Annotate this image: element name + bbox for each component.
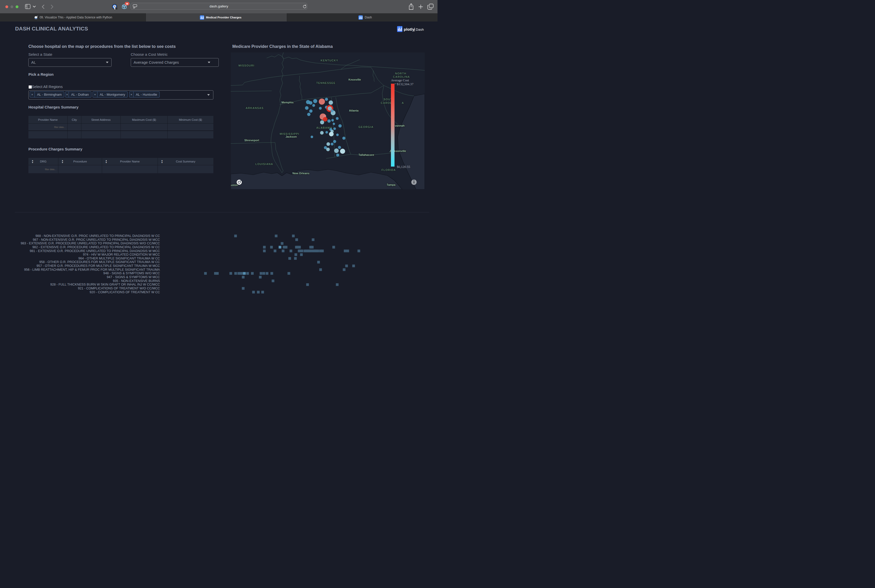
svg-text:GEORGIA: GEORGIA [358,125,373,129]
svg-text:Shreveport: Shreveport [244,139,259,142]
svg-text:CAROL: CAROL [381,101,392,104]
svg-text:MISSOURI: MISSOURI [238,64,254,67]
svg-text:vannah: vannah [395,124,405,127]
svg-text:Tallahassee: Tallahassee [358,153,374,156]
svg-text:uston: uston [231,183,238,186]
svg-text:TENNESSEE: TENNESSEE [316,81,336,84]
svg-text:KENTUCKY: KENTUCKY [321,59,338,62]
svg-text:New Orleans: New Orleans [292,172,310,175]
svg-text:Memphis: Memphis [282,101,294,104]
svg-text:A: A [402,101,404,104]
svg-text:CAROLINA: CAROLINA [393,75,410,78]
svg-text:plotly: plotly [404,27,415,32]
svg-text:Jackson: Jackson [286,135,297,138]
svg-text:ARKANSAS: ARKANSAS [246,106,264,110]
svg-text:Tampa: Tampa [387,183,396,186]
svg-text:|: | [414,27,415,32]
svg-text:Knoxville: Knoxville [349,78,361,81]
svg-text:LOUISIANA: LOUISIANA [255,162,273,165]
svg-text:Atlanta: Atlanta [349,109,359,112]
svg-text:FLORIDA: FLORIDA [382,168,396,171]
svg-text:NORTH: NORTH [395,72,406,75]
svg-text:Dash: Dash [416,28,424,32]
